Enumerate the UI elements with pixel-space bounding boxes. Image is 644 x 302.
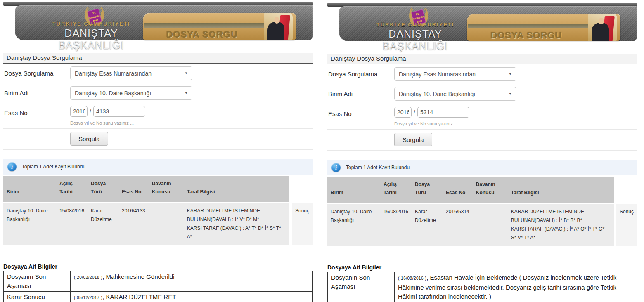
- cell-dosya-turu: Karar Düzeltme: [88, 203, 118, 245]
- brand-block: TÜRKİYE CUMHURİYETİ DANIŞTAY BAŞKANLIĞI: [31, 21, 151, 51]
- results-header-acilis-tarihi: Açılış Tarihi: [380, 177, 412, 204]
- banner-title-stripe: [144, 23, 266, 28]
- case-no-fields: / Dosya yıl ve No sunu yazınız ...: [394, 107, 533, 126]
- header-banner: T.C. DANIŞTAY 1868 TÜRKİYE CUMHURİYETİ D…: [3, 2, 313, 42]
- results-header-dosya-turu: Dosya Türü: [412, 177, 443, 204]
- case-number-input[interactable]: [417, 107, 469, 118]
- ataturk-photo: [588, 14, 617, 41]
- detail-text: , Esastan Havale İçin Beklemede ( Dosyan…: [398, 274, 616, 300]
- cell-esas-no: 2016/4133: [118, 203, 149, 245]
- case-no-fields: / Dosya yıl ve No sunu yazınız ...: [70, 106, 209, 125]
- brand-block: TÜRKİYE CUMHURİYETİ DANIŞTAY BAŞKANLIĞI: [355, 22, 475, 52]
- case-no-hint: Dosya yıl ve No sunu yazınız ...: [70, 120, 209, 125]
- results-header-birim: Birim: [3, 176, 56, 203]
- banner-title-panel: DOSYA SORGU: [467, 14, 620, 41]
- unit-select[interactable]: Danıştay 10. Daire Başkanlığı ▼: [394, 87, 516, 101]
- file-details-table: Dosyanın Son Aşaması ( 20/02/2018 ), Mah…: [3, 271, 313, 302]
- cell-dosya-turu: Karar Düzeltme: [412, 204, 443, 246]
- form-row-query-type: Dosya Sorgulama Danıştay Esas Numarasınd…: [327, 64, 637, 84]
- info-icon: i: [331, 163, 341, 172]
- taraf-line-davaci: KARSI TARAF (DAVACI) : İ* A* O* İ* T* G*…: [511, 225, 611, 242]
- unit-label: Birim Adi: [327, 87, 394, 97]
- detail-date: ( 20/02/2018 ): [74, 275, 102, 280]
- banner-title-text: DOSYA SORGU: [467, 30, 586, 41]
- case-no-separator: /: [90, 108, 91, 115]
- cell-davanin-konusu: [149, 203, 184, 245]
- brand-top-text: TÜRKİYE CUMHURİYETİ: [31, 21, 151, 27]
- ataturk-silhouette: [592, 23, 609, 41]
- file-details-title: Dosyaya Ait Bilgiler: [327, 264, 637, 271]
- result-count-text: Toplam 1 Adet Kayıt Bulundu: [346, 165, 410, 170]
- detail-value-last-stage: ( 20/02/2018 ), Mahkemesine Gönderildi: [71, 271, 313, 292]
- query-form: Dosya Sorgulama Danıştay Esas Numarasınd…: [3, 64, 313, 150]
- sorgula-button[interactable]: Sorgula: [394, 133, 432, 146]
- detail-row-decision: Karar Sonucu ( 05/12/2017 ), KARAR DÜZEL…: [4, 292, 313, 302]
- detail-value-last-stage: ( 16/08/2016 ), Esastan Havale İçin Bekl…: [395, 272, 637, 302]
- query-panel: T.C. DANIŞTAY 1868 TÜRKİYE CUMHURİYETİ D…: [3, 2, 313, 302]
- results-header-row: Birim Açılış Tarihi Dosya Türü Esas No D…: [327, 177, 637, 204]
- form-row-submit: Sorgula: [3, 129, 313, 150]
- detail-value-decision: ( 05/12/2017 ), KARAR DÜZELTME RET: [71, 292, 313, 302]
- case-year-input[interactable]: [394, 107, 412, 118]
- detail-text: , Mahkemesine Gönderildi: [102, 273, 174, 280]
- case-no-hint: Dosya yıl ve No sunu yazınız ...: [394, 121, 533, 126]
- cell-birim: Danıştay 10. Daire Başkanlığı: [3, 203, 56, 245]
- case-number-input[interactable]: [93, 106, 145, 117]
- case-year-input[interactable]: [70, 106, 88, 117]
- dual-panel-container: T.C. DANIŞTAY 1868 TÜRKİYE CUMHURİYETİ D…: [0, 0, 644, 302]
- sonuc-link[interactable]: Sonuç: [620, 209, 634, 215]
- results-header-taraf-bilgisi: Taraf Bilgisi: [508, 177, 614, 204]
- results-header-davanin-konusu: Davanın Konusu: [149, 176, 184, 203]
- cell-taraf-bilgisi: KARAR DUZELTME ISTEMINDE BULUNAN(DAVALI)…: [508, 204, 614, 246]
- result-count-bar: i Toplam 1 Adet Kayıt Bulundu: [3, 159, 313, 175]
- ataturk-face: [599, 18, 604, 24]
- case-no-label: Esas No: [327, 107, 394, 117]
- cell-sonuc: Sonuç: [614, 204, 637, 246]
- table-row: Danıştay 10. Daire Başkanlığı 16/08/2016…: [327, 204, 637, 246]
- results-header-dosya-turu: Dosya Türü: [88, 176, 118, 203]
- unit-select[interactable]: Danıştay 10. Daire Başkanlığı ▼: [70, 86, 192, 100]
- results-table: Birim Açılış Tarihi Dosya Türü Esas No D…: [3, 176, 313, 245]
- unit-selected-value: Danıştay 10. Daire Başkanlığı: [399, 91, 475, 97]
- case-no-label: Esas No: [3, 106, 70, 116]
- info-icon: i: [7, 162, 17, 171]
- cell-taraf-bilgisi: KARAR DUZELTME ISTEMINDE BULUNAN(DAVALI)…: [184, 203, 289, 245]
- form-row-unit: Birim Adi Danıştay 10. Daire Başkanlığı …: [327, 84, 637, 104]
- detail-row-last-stage: Dosyanın Son Aşaması ( 16/08/2016 ), Esa…: [328, 272, 637, 302]
- results-table: Birim Açılış Tarihi Dosya Türü Esas No D…: [327, 177, 637, 246]
- results-header-sonuc: [614, 177, 637, 204]
- brand-top-text: TÜRKİYE CUMHURİYETİ: [355, 22, 475, 28]
- form-row-submit: Sorgula: [327, 130, 637, 151]
- query-type-selected-value: Danıştay Esas Numarasından: [75, 70, 152, 77]
- sorgula-button[interactable]: Sorgula: [70, 132, 108, 146]
- results-header-acilis-tarihi: Açılış Tarihi: [56, 176, 88, 203]
- query-type-selected-value: Danıştay Esas Numarasından: [399, 71, 476, 78]
- sonuc-link[interactable]: Sonuç: [295, 208, 309, 214]
- query-type-label: Dosya Sorgulama: [327, 67, 394, 78]
- query-type-select[interactable]: Danıştay Esas Numarasından ▼: [70, 66, 192, 80]
- banner-body: T.C. DANIŞTAY 1868 TÜRKİYE CUMHURİYETİ D…: [15, 5, 313, 40]
- detail-row-last-stage: Dosyanın Son Aşaması ( 20/02/2018 ), Mah…: [4, 271, 313, 292]
- chevron-down-icon: ▼: [509, 92, 512, 96]
- section-title: Danıştay Dosya Sorgulama: [3, 53, 313, 64]
- brand-main-text: DANIŞTAY BAŞKANLIĞI: [355, 28, 475, 52]
- chevron-down-icon: ▼: [509, 72, 512, 76]
- case-no-separator: /: [414, 109, 415, 116]
- form-row-query-type: Dosya Sorgulama Danıştay Esas Numarasınd…: [3, 64, 313, 83]
- result-count-text: Toplam 1 Adet Kayıt Bulundu: [22, 164, 85, 170]
- results-header-taraf-bilgisi: Taraf Bilgisi: [184, 176, 289, 203]
- ataturk-face: [274, 17, 279, 24]
- brand-main-text: DANIŞTAY BAŞKANLIĞI: [31, 27, 151, 51]
- cell-acilis-tarihi: 16/08/2016: [380, 204, 412, 246]
- unit-label: Birim Adi: [3, 86, 70, 97]
- results-header-birim: Birim: [327, 177, 380, 204]
- file-details-title: Dosyaya Ait Bilgiler: [3, 263, 313, 270]
- detail-date: ( 16/08/2016 ): [398, 276, 426, 281]
- file-details-section: Dosyaya Ait Bilgiler Dosyanın Son Aşamas…: [327, 264, 637, 302]
- section-title: Danıştay Dosya Sorgulama: [327, 54, 637, 64]
- query-type-select[interactable]: Danıştay Esas Numarasından ▼: [394, 67, 516, 81]
- detail-date: ( 05/12/2017 ): [74, 295, 102, 300]
- query-panel: T.C. DANIŞTAY 1868 TÜRKİYE CUMHURİYETİ D…: [327, 3, 637, 302]
- form-row-case-no: Esas No / Dosya yıl ve No sunu yazınız .…: [3, 103, 313, 129]
- banner-body: T.C. DANIŞTAY 1868 TÜRKİYE CUMHURİYETİ D…: [339, 6, 637, 41]
